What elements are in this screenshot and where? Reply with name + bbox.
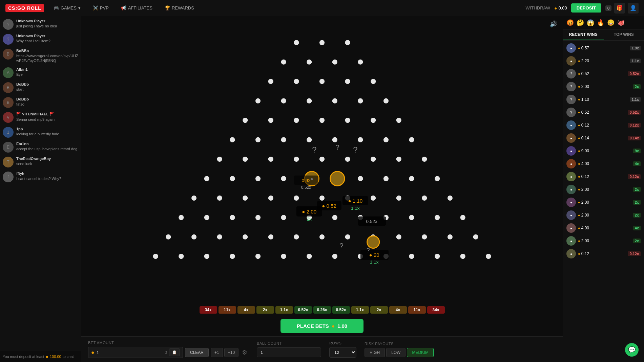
avatar: ? — [566, 82, 576, 91]
svg-point-88 — [473, 234, 478, 240]
plus1-button[interactable]: +1 — [211, 348, 223, 357]
avatar: ? — [3, 19, 14, 30]
avatar: ● — [566, 159, 576, 168]
nav-rewards[interactable]: 🏆 REWARDS — [162, 4, 197, 12]
sound-button[interactable]: 🔊 — [550, 20, 557, 28]
chat-message: V 🚩 VITUNMIIHAEL 🚩 Senna send mp9 again — [3, 112, 78, 123]
bet-amount-input[interactable] — [97, 350, 163, 355]
logo[interactable]: CS:GO ROLL — [5, 4, 44, 12]
chat-text: Eye — [16, 72, 28, 77]
win-multiplier: 9x — [633, 149, 641, 153]
ball-count-label: BALL COUNT — [257, 341, 321, 345]
chat-text: Why cant i sell item? — [16, 39, 50, 43]
notification-badge[interactable]: 0 — [605, 5, 611, 11]
svg-point-49 — [358, 176, 363, 181]
emoji-fire[interactable]: 🔥 — [596, 18, 605, 27]
withdraw-button[interactable]: WITHDRAW — [526, 5, 550, 10]
gift-button[interactable]: 🎁 — [614, 3, 625, 14]
ball-count-input[interactable] — [257, 347, 321, 357]
tab-top-wins[interactable]: TOP WINS — [604, 29, 644, 40]
svg-point-74 — [435, 215, 440, 220]
coin-icon: ● — [332, 323, 335, 329]
svg-point-73 — [409, 215, 414, 220]
nav-affiliates[interactable]: 📢 AFFILIATES — [118, 4, 155, 12]
nav-games[interactable]: 🎮 GAMES ▾ — [51, 4, 83, 12]
svg-point-95 — [307, 254, 312, 259]
win-amount: ● 2.00 — [578, 200, 631, 205]
emoji-smile[interactable]: 😄 — [606, 18, 615, 27]
coin-icon: ● — [46, 354, 48, 359]
svg-point-32 — [383, 137, 389, 142]
win-item: ? ● 1.10 1.1x — [564, 93, 643, 106]
svg-point-83 — [345, 234, 350, 240]
svg-point-13 — [255, 98, 261, 104]
user-button[interactable]: 👤 — [628, 3, 639, 14]
risk-section: RISK PAYOUTS HIGH LOW MEDIUM — [365, 342, 434, 357]
chat-username: fftyh — [16, 172, 61, 176]
emoji-octopus[interactable]: 🐙 — [617, 18, 625, 27]
svg-point-21 — [294, 118, 299, 123]
svg-point-2 — [319, 40, 325, 45]
plus10-button[interactable]: +10 — [224, 348, 238, 357]
chat-footer: You must deposit at least ● 100.00 to ch… — [0, 351, 81, 362]
win-item: ● ● 0.14 0.14x — [564, 132, 643, 144]
svg-point-56 — [268, 196, 273, 201]
risk-medium-button[interactable]: MEDIUM — [407, 348, 434, 357]
win-item: ● ● 4.00 4x — [564, 158, 643, 170]
svg-point-22 — [319, 118, 325, 123]
copy-button[interactable]: 📋 — [169, 348, 180, 356]
chat-messages[interactable]: ? Unknown Player just joking i have no i… — [0, 16, 81, 351]
svg-point-82 — [319, 234, 325, 240]
multiplier-cell: 1.1x — [351, 306, 369, 314]
risk-high-button[interactable]: HIGH — [365, 348, 385, 357]
win-item: ● ● 4.00 4x — [564, 222, 643, 234]
risk-buttons: HIGH LOW MEDIUM — [365, 348, 434, 357]
clear-button[interactable]: CLEAR — [185, 348, 209, 357]
emoji-angry[interactable]: 😡 — [566, 18, 575, 27]
win-item: ● ● 2.00 2x — [564, 196, 643, 208]
win-amount: ● 2.00 — [578, 213, 631, 218]
chat-text: I cant cancel trades? Why? — [16, 176, 61, 181]
chat-username: Unknown Player — [16, 34, 50, 38]
plinko-canvas: 🔊 — [81, 16, 563, 304]
place-bet-button[interactable]: PLACE BETS ● 1.00 — [281, 319, 363, 333]
svg-point-78 — [217, 234, 222, 240]
multiplier-cell: 34x — [427, 306, 445, 314]
rows-section: ROWS 8 10 12 14 16 — [329, 341, 356, 358]
rows-select[interactable]: 8 10 12 14 16 — [329, 347, 356, 358]
emoji-shocked[interactable]: 😱 — [586, 18, 595, 27]
win-item: ● ● 2.20 1.1x — [564, 55, 643, 67]
win-amount: ● 0.57 — [578, 46, 628, 50]
svg-point-57 — [294, 196, 299, 201]
emoji-thinking[interactable]: 🤔 — [576, 18, 585, 27]
svg-point-53 — [191, 196, 196, 201]
tab-recent-wins[interactable]: RECENT WINS — [563, 29, 604, 40]
chat-message: B BoBBo start — [3, 82, 78, 93]
svg-point-116 — [367, 236, 379, 248]
avatar: ? — [3, 34, 14, 45]
avatar: ● — [566, 133, 576, 143]
deposit-button[interactable]: DEPOSIT — [571, 3, 601, 13]
chat-text: just joking i have no idea — [16, 24, 57, 28]
svg-point-65 — [204, 215, 209, 220]
risk-low-button[interactable]: LOW — [386, 348, 406, 357]
win-multiplier: 2x — [633, 200, 641, 205]
win-amount: ● 0.14 — [578, 136, 626, 140]
wins-list[interactable]: ● ● 0.57 1.9x ● ● 2.20 1.1x ? ● 0 — [563, 41, 644, 362]
avatar: T — [3, 157, 14, 167]
main-layout: ? Unknown Player just joking i have no i… — [0, 16, 644, 362]
chat-scroll-button[interactable]: 💬 — [625, 343, 639, 357]
nav-pvp[interactable]: ⚔️ PVP — [90, 4, 111, 12]
chat-username: 1pp — [16, 127, 59, 131]
settings-button[interactable]: ⚙ — [241, 347, 249, 358]
svg-text:0.52x: 0.52x — [366, 219, 377, 224]
win-multiplier: 2x — [633, 187, 641, 192]
chat-text: fatso — [16, 102, 29, 107]
svg-point-40 — [371, 157, 376, 162]
svg-point-24 — [371, 118, 376, 123]
svg-point-14 — [281, 98, 286, 104]
avatar: ● — [566, 146, 576, 156]
coin-icon: ● — [554, 5, 557, 11]
avatar: ? — [566, 95, 576, 104]
svg-point-34 — [217, 157, 222, 162]
